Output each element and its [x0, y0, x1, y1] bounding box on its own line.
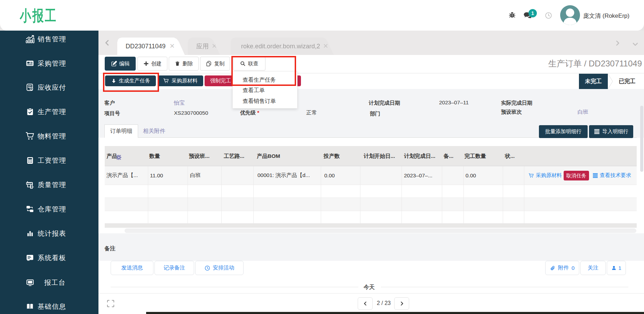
plus-icon: [143, 61, 149, 66]
follow-button[interactable]: 关注: [580, 261, 606, 275]
row-view-tech-button[interactable]: 查看技术要求: [593, 166, 631, 185]
column-separator: [360, 166, 360, 224]
edit-button[interactable]: 编辑: [105, 57, 136, 71]
col-product[interactable]: 产品: [106, 146, 122, 166]
sidebar-item-basicinfo[interactable]: 基础信息: [0, 299, 98, 314]
tab-close-icon[interactable]: ×: [170, 42, 175, 50]
menu-item-view-tasks[interactable]: 查看生产任务: [243, 77, 276, 84]
status-finished[interactable]: 已完工: [613, 74, 641, 89]
table-hscrollbar[interactable]: [125, 228, 636, 233]
schedule-activity-button[interactable]: 安排活动: [195, 261, 244, 275]
tab-apps[interactable]: 应用 ×: [188, 38, 220, 55]
sidebar-item-label: 应收应付: [38, 83, 66, 92]
sidebar-item-warehouse[interactable]: 仓库管理: [0, 201, 98, 217]
sidebar-item-label: 仓库管理: [38, 204, 66, 214]
col-bom[interactable]: 产品BOM: [257, 146, 280, 166]
clock-icon[interactable]: [545, 12, 552, 21]
col-qty[interactable]: 数量: [149, 146, 160, 166]
tab-label: DD230711049: [126, 43, 166, 50]
generate-task-button[interactable]: 生成生产任务: [105, 75, 156, 86]
sidebar-item-label: 系统看板: [38, 253, 66, 263]
search-icon: [240, 61, 246, 66]
purchase-material-button[interactable]: 采购原材料: [158, 75, 203, 86]
vertical-scrollbar-thumb[interactable]: [640, 106, 643, 172]
status-unfinished[interactable]: 未完工: [579, 74, 608, 89]
linkview-button[interactable]: 联查: [233, 57, 265, 71]
calculator-icon: [24, 156, 35, 164]
customer-value[interactable]: 怡宝: [174, 99, 185, 107]
breadcrumb-model[interactable]: 生产订单: [548, 59, 582, 68]
sidebar-item-receivable[interactable]: 应收应付: [0, 80, 98, 95]
delete-button[interactable]: 删除: [169, 57, 199, 71]
attachments-button[interactable]: 附件 0: [545, 261, 579, 275]
sidebar-item-workbench[interactable]: 报工台: [0, 275, 98, 290]
today-divider: 今天: [364, 284, 375, 291]
toolbar-divider: [98, 73, 644, 73]
cell-input-qty: 0.00: [324, 166, 335, 185]
sidebar-item-reports[interactable]: 统计报表: [0, 226, 98, 241]
col-plan-start[interactable]: 计划开始日...: [364, 146, 395, 166]
pager-next-button[interactable]: [394, 297, 409, 310]
col-route[interactable]: 工艺路...: [224, 146, 244, 166]
col-remark[interactable]: 备...: [444, 146, 453, 166]
col-input-qty[interactable]: 投产数: [324, 146, 340, 166]
priority-value[interactable]: 正常: [306, 109, 317, 116]
row-purchase-material-button[interactable]: 采购原材料: [528, 166, 562, 185]
tabs-menu-icon[interactable]: [632, 41, 639, 49]
clock-icon: [205, 265, 210, 271]
col-done-qty[interactable]: 完工数量: [464, 146, 486, 166]
tab-close-icon[interactable]: ×: [212, 42, 217, 50]
sidebar-item-quality[interactable]: 质量管理: [0, 177, 98, 192]
menu-item-view-saleorders[interactable]: 查看销售订单: [243, 98, 276, 105]
import-lines-button[interactable]: 导入明细行: [589, 125, 633, 138]
menu-item-view-workorders[interactable]: 查看工单: [243, 87, 265, 94]
send-message-button[interactable]: 发送消息: [111, 261, 153, 275]
tabs-scroll-left-icon[interactable]: [103, 39, 111, 48]
sidebar-item-material[interactable]: 物料管理: [0, 128, 98, 144]
avatar[interactable]: [560, 5, 580, 25]
today-divider-line: [111, 287, 358, 287]
followers-button[interactable]: 1: [607, 261, 626, 275]
copy-button[interactable]: 复制: [200, 57, 230, 71]
fullscreen-icon[interactable]: [106, 299, 115, 309]
col-state[interactable]: 状...: [505, 146, 515, 166]
shift-value[interactable]: 白班: [578, 108, 588, 116]
cell-product: 演示产品【...: [106, 166, 138, 185]
sidebar-item-purchase[interactable]: 采购管理: [0, 56, 98, 71]
pager-previous-button[interactable]: [358, 297, 373, 310]
create-button[interactable]: 创建: [137, 57, 167, 71]
column-separator: [442, 166, 442, 224]
table-row[interactable]: 演示产品【... 11.00 白班 00001: 演示产品【d... 0.00 …: [105, 166, 637, 185]
col-plan-finish[interactable]: 计划完成日...: [404, 146, 435, 166]
sidebar-item-dashboard[interactable]: 系统看板: [0, 250, 98, 265]
col-shift[interactable]: 预设班...: [189, 146, 209, 166]
tab-attachments[interactable]: 相关附件: [140, 124, 168, 138]
row-cancel-task-button[interactable]: 取消任务: [564, 171, 589, 180]
plan-date-value[interactable]: 2023–07–11: [439, 99, 469, 106]
bar-chart-icon: [24, 230, 35, 237]
sidebar-item-production[interactable]: 生产管理: [0, 104, 98, 119]
batch-add-lines-button[interactable]: 批量添加明细行: [539, 125, 588, 138]
table-footer-band: [105, 224, 637, 228]
tab-order-lines[interactable]: 订单明细: [104, 124, 138, 138]
breadcrumb-separator: /: [584, 59, 589, 68]
tab-dd230711049[interactable]: DD230711049 ×: [117, 38, 185, 55]
tab-close-icon[interactable]: ×: [323, 42, 328, 50]
breadcrumb-record: DD230711049: [589, 59, 642, 68]
force-finish-button[interactable]: 强制完工: [205, 75, 237, 86]
sidebar-item-label: 统计报表: [38, 229, 66, 238]
arrow-down-icon: [111, 78, 117, 84]
vertical-scrollbar[interactable]: [639, 55, 644, 293]
chat-badge: 1: [528, 9, 537, 17]
tab-wizard[interactable]: roke.edit.order.bom.wizard,2 ×: [231, 38, 334, 55]
user-name[interactable]: 庞文清 (RokeErp): [583, 12, 629, 20]
status-arrow-icon: [608, 74, 613, 89]
log-note-button[interactable]: 记录备注: [154, 261, 194, 275]
project-value[interactable]: XS230700050: [174, 110, 208, 116]
sidebar-item-sales[interactable]: 销售管理: [0, 31, 98, 47]
tabs-scroll-right-icon[interactable]: [614, 40, 621, 48]
board-icon: [24, 253, 35, 262]
sidebar-item-salary[interactable]: 工资管理: [0, 153, 98, 168]
optional-columns-icon[interactable]: [116, 154, 122, 160]
bug-icon[interactable]: [508, 11, 516, 20]
